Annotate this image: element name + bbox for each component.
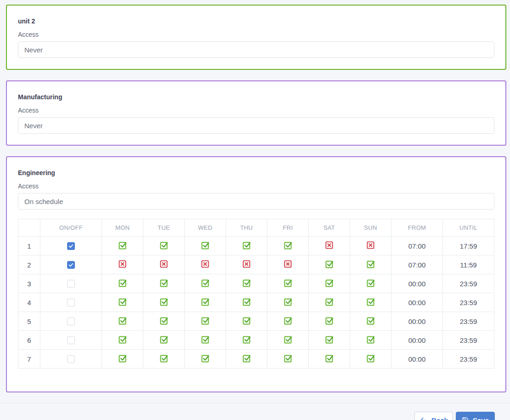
- until-time[interactable]: 17:59: [443, 237, 494, 255]
- onoff-checkbox[interactable]: [67, 336, 75, 344]
- day-allowed-icon[interactable]: [118, 297, 127, 306]
- day-allowed-icon[interactable]: [366, 297, 375, 306]
- day-allowed-icon[interactable]: [325, 354, 334, 363]
- day-allowed-icon[interactable]: [325, 260, 334, 269]
- day-allowed-icon[interactable]: [242, 335, 251, 344]
- day-allowed-icon[interactable]: [325, 297, 334, 306]
- day-denied-icon[interactable]: [367, 241, 374, 249]
- save-floppy-icon: [462, 417, 469, 420]
- arrow-left-icon: [419, 416, 427, 420]
- from-time[interactable]: 00:00: [391, 312, 443, 331]
- day-allowed-icon[interactable]: [242, 278, 251, 288]
- day-allowed-icon[interactable]: [325, 316, 334, 325]
- day-allowed-icon[interactable]: [242, 297, 251, 306]
- schedule-column-header: SAT: [309, 219, 350, 237]
- onoff-checkbox[interactable]: [67, 355, 75, 363]
- day-denied-icon[interactable]: [284, 260, 292, 268]
- from-time[interactable]: 00:00: [391, 274, 443, 293]
- save-button[interactable]: Save: [456, 412, 495, 420]
- onoff-checkbox[interactable]: [67, 280, 75, 288]
- day-allowed-icon[interactable]: [118, 335, 127, 344]
- day-allowed-icon[interactable]: [118, 241, 127, 250]
- schedule-column-header: TUE: [143, 219, 185, 237]
- from-time[interactable]: 00:00: [391, 350, 443, 369]
- day-allowed-icon[interactable]: [242, 316, 251, 325]
- schedule-header-row: ON/OFFMONTUEWEDTHUFRISATSUNFROMUNTIL: [18, 219, 494, 237]
- day-allowed-icon[interactable]: [201, 278, 210, 288]
- access-label: Access: [18, 107, 494, 114]
- day-allowed-icon[interactable]: [366, 354, 375, 363]
- day-allowed-icon[interactable]: [118, 278, 127, 288]
- day-allowed-icon[interactable]: [159, 316, 169, 325]
- schedule-column-header: MON: [102, 219, 143, 237]
- onoff-checkbox[interactable]: [67, 318, 75, 325]
- day-allowed-icon[interactable]: [159, 241, 169, 250]
- day-denied-icon[interactable]: [201, 260, 209, 268]
- access-select-engineering[interactable]: On schedule: [18, 193, 494, 210]
- schedule-column-header: FROM: [391, 219, 443, 237]
- access-label: Access: [18, 31, 494, 38]
- until-time[interactable]: 23:59: [443, 274, 494, 293]
- schedule-row: 300:0023:59: [18, 274, 494, 293]
- onoff-checkbox[interactable]: [67, 299, 75, 306]
- day-allowed-icon[interactable]: [325, 335, 334, 344]
- until-time[interactable]: 11:59: [443, 255, 494, 274]
- day-allowed-icon[interactable]: [283, 354, 293, 363]
- row-number: 1: [18, 237, 40, 255]
- schedule-row: 500:0023:59: [18, 312, 494, 331]
- row-number: 4: [18, 293, 40, 312]
- until-time[interactable]: 23:59: [443, 350, 494, 369]
- day-allowed-icon[interactable]: [283, 278, 293, 288]
- onoff-checkbox[interactable]: [67, 242, 75, 250]
- day-allowed-icon[interactable]: [118, 316, 127, 325]
- back-button[interactable]: Back: [414, 412, 453, 420]
- schedule-table-body: 107:0017:59207:0011:59300:0023:59400:002…: [18, 237, 494, 369]
- schedule-row: 400:0023:59: [18, 293, 494, 312]
- day-allowed-icon[interactable]: [283, 335, 293, 344]
- day-allowed-icon[interactable]: [201, 316, 210, 325]
- from-time[interactable]: 07:00: [391, 237, 443, 255]
- day-denied-icon[interactable]: [243, 260, 250, 268]
- day-allowed-icon[interactable]: [159, 297, 169, 306]
- from-time[interactable]: 00:00: [391, 293, 443, 312]
- row-number: 7: [18, 350, 40, 369]
- until-time[interactable]: 23:59: [443, 293, 494, 312]
- day-allowed-icon[interactable]: [366, 260, 375, 269]
- day-allowed-icon[interactable]: [118, 354, 127, 363]
- card-title-engineering: Engineering: [18, 169, 494, 176]
- schedule-column-header: THU: [226, 219, 267, 237]
- day-allowed-icon[interactable]: [283, 297, 293, 306]
- day-allowed-icon[interactable]: [201, 241, 210, 250]
- schedule-column-header: WED: [185, 219, 226, 237]
- card-title-unit2: unit 2: [18, 17, 494, 25]
- access-select-value: Never: [24, 46, 43, 54]
- access-select-manufacturing[interactable]: Never: [18, 117, 494, 134]
- day-allowed-icon[interactable]: [201, 335, 210, 344]
- day-denied-icon[interactable]: [160, 260, 168, 268]
- day-allowed-icon[interactable]: [325, 278, 334, 288]
- day-denied-icon[interactable]: [325, 241, 333, 249]
- from-time[interactable]: 07:00: [391, 255, 443, 274]
- day-allowed-icon[interactable]: [242, 354, 251, 363]
- schedule-column-header: SUN: [350, 219, 391, 237]
- card-unit2: unit 2 Access Never: [6, 5, 506, 70]
- day-allowed-icon[interactable]: [366, 278, 375, 288]
- onoff-checkbox[interactable]: [67, 261, 75, 269]
- until-time[interactable]: 23:59: [443, 331, 494, 350]
- day-allowed-icon[interactable]: [366, 316, 375, 325]
- day-allowed-icon[interactable]: [283, 241, 293, 250]
- day-allowed-icon[interactable]: [159, 335, 169, 344]
- day-allowed-icon[interactable]: [201, 354, 210, 363]
- day-allowed-icon[interactable]: [159, 278, 169, 288]
- day-denied-icon[interactable]: [119, 260, 126, 268]
- card-title-manufacturing: Manufacturing: [18, 93, 494, 101]
- day-allowed-icon[interactable]: [283, 316, 293, 325]
- day-allowed-icon[interactable]: [242, 241, 251, 250]
- from-time[interactable]: 00:00: [391, 331, 443, 350]
- day-allowed-icon[interactable]: [366, 335, 375, 344]
- until-time[interactable]: 23:59: [443, 312, 494, 331]
- back-button-label: Back: [431, 416, 448, 420]
- day-allowed-icon[interactable]: [201, 297, 210, 306]
- day-allowed-icon[interactable]: [159, 354, 169, 363]
- access-select-unit2[interactable]: Never: [18, 41, 494, 58]
